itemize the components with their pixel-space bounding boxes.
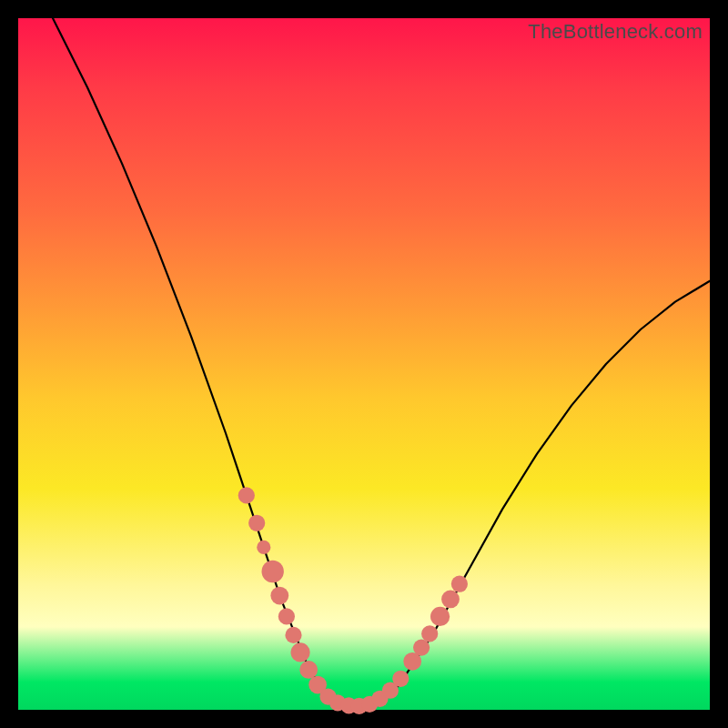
marker-group [238, 487, 468, 714]
data-marker [285, 627, 301, 643]
chart-area: TheBottleneck.com [18, 18, 710, 710]
data-marker [413, 640, 430, 656]
data-marker [392, 671, 409, 687]
chart-svg [18, 18, 710, 710]
data-marker [278, 608, 295, 624]
data-marker [248, 515, 265, 531]
bottleneck-curve [53, 18, 710, 706]
data-marker [291, 642, 310, 662]
data-marker [441, 591, 460, 609]
data-marker [257, 541, 270, 554]
watermark-text: TheBottleneck.com [528, 20, 703, 44]
data-marker [421, 625, 438, 642]
data-marker [262, 561, 284, 582]
data-marker [270, 587, 288, 605]
data-marker [451, 576, 468, 592]
data-marker [430, 607, 450, 626]
data-marker [238, 487, 255, 503]
data-marker [299, 661, 318, 679]
